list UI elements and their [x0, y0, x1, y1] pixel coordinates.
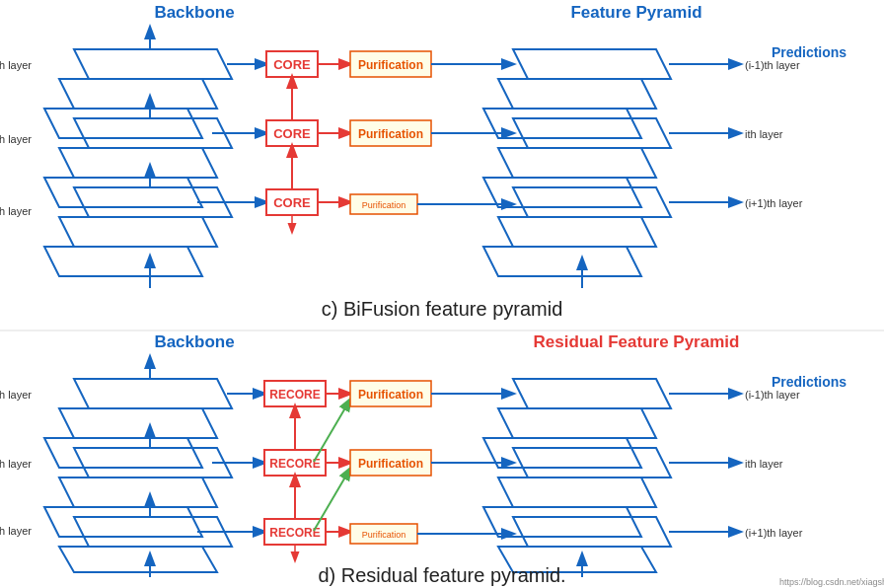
top-predictions-title: Predictions: [772, 44, 847, 60]
bot-fp-top-2: [498, 408, 656, 438]
top-layer-label-2: ith layer: [0, 133, 32, 145]
bot-predictions-title: Predictions: [772, 374, 847, 390]
backbone-bot-2: [59, 217, 217, 247]
fp-bot-1: [513, 187, 671, 217]
top-pred-label-2: ith layer: [745, 128, 783, 140]
bot-fp-title: Residual Feature Pyramid: [534, 332, 740, 351]
bot-fp-top-1: [513, 379, 671, 408]
bot-fp-mid-2: [498, 478, 656, 507]
fp-top-2: [498, 79, 656, 109]
diagram-svg: Backbone Feature Pyramid Predictions (i-…: [0, 0, 884, 588]
fp-mid-2: [498, 148, 656, 178]
fp-mid-1: [513, 118, 671, 148]
bot-backbone-mid-1: [74, 448, 232, 478]
top-pred-label-1: (i-1)th layer: [745, 59, 800, 71]
bot-backbone-mid-2: [59, 478, 217, 507]
main-container: Backbone Feature Pyramid Predictions (i-…: [0, 0, 884, 588]
bot-layer-label-3: (i+1)th layer: [0, 525, 32, 537]
top-pur-label-3: Purification: [362, 200, 406, 210]
fp-mid-3: [483, 178, 641, 207]
bot-layer-label-2: ith layer: [0, 458, 32, 470]
backbone-bot-3: [44, 247, 202, 276]
fp-top-1: [513, 49, 671, 79]
bot-layer-label-1: (i-1)th layer: [0, 389, 32, 401]
top-pur-label-1: Purification: [358, 58, 423, 72]
top-core-label-2: CORE: [273, 126, 311, 141]
backbone-mid-3: [44, 178, 202, 207]
bot-fp-bot-1: [513, 517, 671, 547]
backbone-top-1: [74, 49, 232, 79]
bot-pred-label-3: (i+1)th layer: [745, 527, 803, 539]
bot-backbone-top-3: [44, 438, 202, 468]
backbone-mid-1: [74, 118, 232, 148]
bot-pred-label-1: (i-1)th layer: [745, 389, 800, 401]
watermark: https://blog.csdn.net/xiagshulinlove: [779, 577, 884, 587]
bot-recore-label-2: RECORE: [269, 457, 320, 471]
bot-green-arrow-2: [314, 469, 350, 531]
bot-pred-label-2: ith layer: [745, 458, 783, 470]
bot-backbone-title: Backbone: [154, 332, 234, 351]
backbone-top-3: [44, 109, 202, 138]
top-pred-label-3: (i+1)th layer: [745, 197, 803, 209]
bot-backbone-top-1: [74, 379, 232, 408]
bot-backbone-bot-2: [59, 547, 217, 572]
top-core-label-3: CORE: [273, 195, 311, 210]
fp-bot-2: [498, 217, 656, 247]
bot-backbone-top-2: [59, 408, 217, 438]
bot-fp-mid-1: [513, 448, 671, 478]
backbone-top-2: [59, 79, 217, 109]
top-layer-label-1: (i-1)th layer: [0, 59, 32, 71]
bot-pur-label-1: Purification: [358, 388, 423, 402]
bot-caption: d) Residual feature pyramid.: [318, 564, 565, 586]
top-fp-title: Feature Pyramid: [570, 3, 701, 22]
bot-recore-label-3: RECORE: [269, 526, 320, 540]
top-pur-label-2: Purification: [358, 127, 423, 141]
fp-bot-3: [483, 247, 641, 276]
bot-pur-label-3: Purification: [362, 530, 406, 540]
top-core-label-1: CORE: [273, 57, 311, 72]
backbone-mid-2: [59, 148, 217, 178]
bot-recore-label-1: RECORE: [269, 388, 320, 402]
bot-backbone-mid-3: [44, 507, 202, 537]
bot-fp-mid-3: [483, 507, 641, 537]
bot-pur-label-2: Purification: [358, 457, 423, 471]
top-backbone-title: Backbone: [154, 3, 234, 22]
bot-green-arrow-1: [314, 400, 350, 462]
top-layer-label-3: (i+1)th layer: [0, 205, 32, 217]
top-caption: c) BiFusion feature pyramid: [322, 298, 563, 320]
